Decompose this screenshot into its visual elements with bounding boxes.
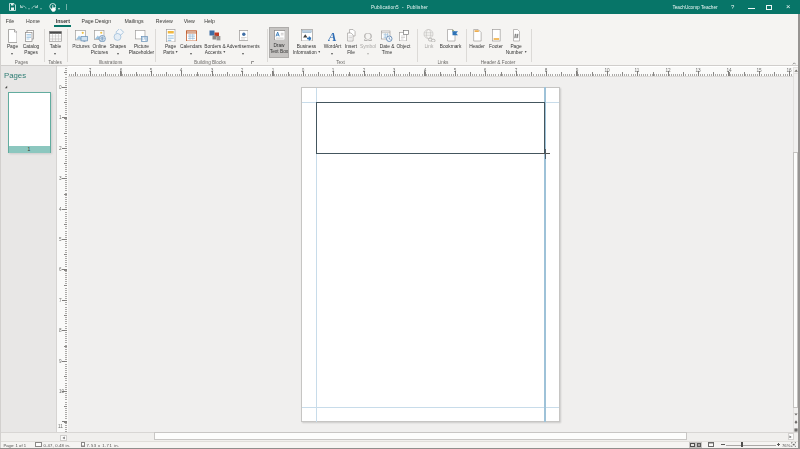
svg-text:A: A: [328, 29, 337, 43]
